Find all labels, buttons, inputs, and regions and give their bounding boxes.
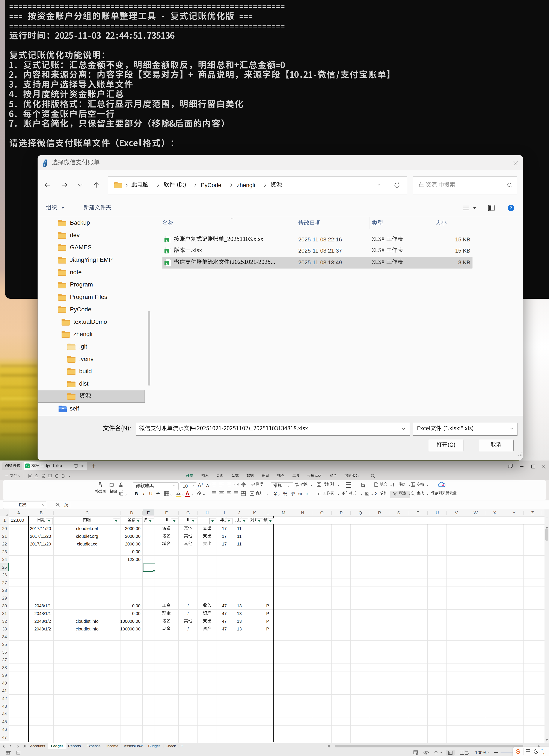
svg-text:?: ? xyxy=(510,206,512,210)
